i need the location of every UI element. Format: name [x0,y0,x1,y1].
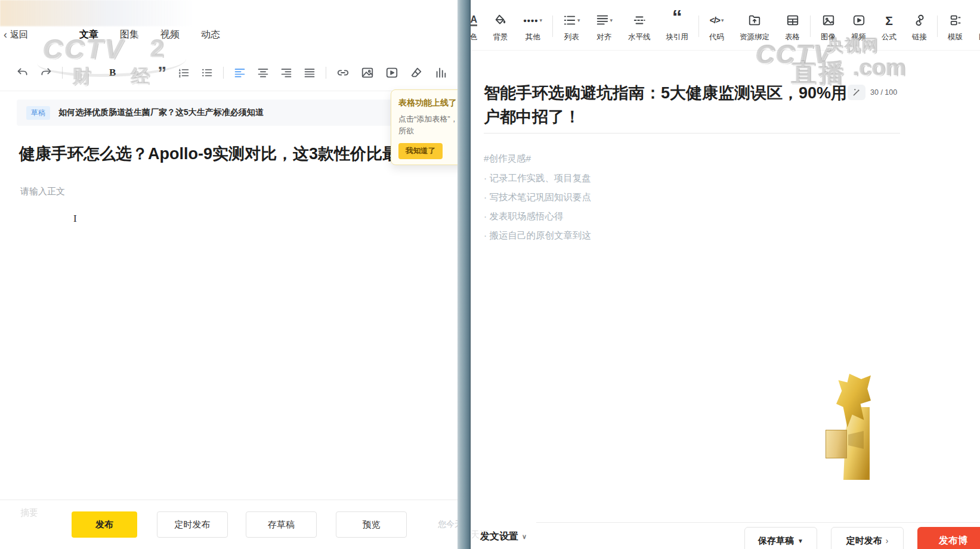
left-editor-panel: ‹ 返回 文章 图集 视频 动态 B ” [0,0,459,549]
article-title-input[interactable]: 健康手环怎么选？Apollo-9实测对比，这3款性价比最高！ [19,143,437,165]
ordered-list-button[interactable] [177,66,191,80]
bullet-list-button[interactable] [200,66,214,80]
back-button[interactable]: ‹ 返回 [4,29,28,41]
draft-badge: 草稿 [26,106,50,120]
dot-com-text: .com [853,55,906,81]
rt-horizontal-rule[interactable]: 水平线 [620,13,659,42]
align-icon: ▾ [596,13,613,27]
bold-button[interactable]: B [108,66,117,80]
chevron-down-icon: ▾ [721,18,724,23]
redo-button[interactable] [39,66,53,80]
rt-code[interactable]: </>▾ 代码 [701,13,732,42]
align-left-button[interactable] [233,66,247,80]
rt-link[interactable]: 链接 [904,13,935,42]
ai-wand-button[interactable] [848,85,865,100]
left-header: ‹ 返回 文章 图集 视频 动态 [0,24,459,45]
chevron-left-icon: ‹ [4,29,7,40]
schedule-publish-button[interactable]: 定时发布 › [831,527,904,549]
caret-down-icon: ▼ [797,538,803,544]
blockquote-icon: “ [672,14,682,26]
tab-article[interactable]: 文章 [79,29,98,41]
split-screen-editors: ‹ 返回 文章 图集 视频 动态 B ” [0,0,980,549]
insert-link-button[interactable] [335,65,351,80]
trophy-cube [826,430,847,458]
inspiration-tag: #创作灵感# [484,149,591,168]
draft-notice-bar[interactable]: 草稿 如何选择优质肠道益生菌厂家？这5大生产标准必须知道 [17,100,440,126]
insert-video-button[interactable] [384,65,400,80]
body-placeholder[interactable]: 请输入正文 [20,186,65,197]
font-color-icon: A [470,14,477,27]
eraser-button[interactable] [409,65,424,80]
toolbar-divider [552,15,553,37]
inspiration-bullet: 写技术笔记巩固知识要点 [484,188,591,207]
rt-video[interactable]: 视频 [843,13,874,42]
rt-toc[interactable]: 目录 [970,13,980,42]
tooltip-confirm-button[interactable]: 我知道了 [398,143,443,159]
chevron-down-icon: ▾ [610,18,613,23]
inspiration-bullet: 搬运自己的原创文章到这 [484,226,591,245]
publish-blog-button[interactable]: 发布博 [917,527,980,549]
article-title-input[interactable]: 智能手环选购避坑指南：5大健康监测误区，90%用户都中招了！ [484,81,849,129]
back-label: 返回 [10,29,28,41]
cctv-logo-text: CCTV [756,40,832,70]
rt-table[interactable]: 表格 [777,13,808,42]
align-right-button[interactable] [279,66,293,80]
sigma-icon: Σ [885,14,893,27]
image-icon [822,13,835,27]
toolbar-divider [810,15,811,37]
gold-trophy-graphic [826,374,872,480]
draft-title-text: 如何选择优质肠道益生菌厂家？这5大生产标准必须知道 [58,107,264,118]
schedule-publish-button[interactable]: 定时发布 [157,511,228,538]
rt-formula[interactable]: Σ 公式 [874,13,904,42]
toolbar-divider [698,15,699,37]
title-body-divider [484,133,900,134]
toolbar-separator-line [0,91,458,91]
toolbar-separator-line [471,50,980,51]
toolbar-divider [62,67,63,79]
rt-align[interactable]: ▾ 对齐 [588,13,621,42]
chevron-down-icon: ▾ [540,18,543,23]
footer-separator-line [536,522,980,523]
preview-button[interactable]: 预览 [336,511,407,538]
justify-button[interactable] [302,66,317,80]
tab-dynamic[interactable]: 动态 [201,29,220,41]
text-cursor: I [73,213,77,225]
rt-blockquote[interactable]: “ 块引用 [659,13,697,42]
template-icon [949,13,962,27]
toolbar-divider [937,15,938,37]
tab-gallery[interactable]: 图集 [120,29,139,41]
publish-settings-toggle[interactable]: 发文设置 ∨ [480,531,527,543]
rt-resource-bind[interactable]: 资源绑定 [732,13,777,42]
rt-background[interactable]: 背景 [486,13,516,42]
publish-button[interactable]: 发布 [72,511,137,538]
split-divider[interactable] [457,0,471,549]
rt-image[interactable]: 图像 [813,13,843,42]
tab-video[interactable]: 视频 [160,29,180,41]
save-draft-dropdown-button[interactable]: 保存草稿 ▼ [744,527,817,549]
inspiration-bullet: 记录工作实践、项目复盘 [484,169,591,188]
align-center-button[interactable] [256,66,270,80]
rt-list[interactable]: ▾ 列表 [555,13,588,42]
corner-glow-decoration [0,0,197,26]
inspiration-bullet: 发表职场感悟心得 [484,207,591,226]
quote-icon: ” [157,70,166,76]
more-dots-icon: •••• [524,15,539,26]
insert-chart-button[interactable] [433,65,449,80]
link-icon [913,13,926,27]
insert-image-button[interactable] [360,65,375,80]
toolbar-divider [223,67,224,79]
right-editor-panel: A 色 背景 ••••▾ 其他 ▾ 列表 [471,0,980,549]
left-format-toolbar: B ” [16,60,457,86]
undo-button[interactable] [16,66,30,80]
chevron-down-icon: ∨ [522,534,527,540]
code-icon: </> [710,15,720,25]
paint-bucket-icon [494,13,507,27]
horizontal-line-icon [633,13,646,27]
save-draft-button[interactable]: 存草稿 [246,511,317,538]
chevron-right-icon: › [886,536,889,545]
rt-template[interactable]: 模版 [940,13,970,42]
inspiration-placeholder[interactable]: #创作灵感# 记录工作实践、项目复盘 写技术笔记巩固知识要点 发表职场感悟心得 … [484,149,591,245]
blockquote-button[interactable]: ” [156,67,168,78]
rt-more[interactable]: ••••▾ 其他 [516,13,551,42]
summary-ghost-text: 摘要 [20,507,38,519]
